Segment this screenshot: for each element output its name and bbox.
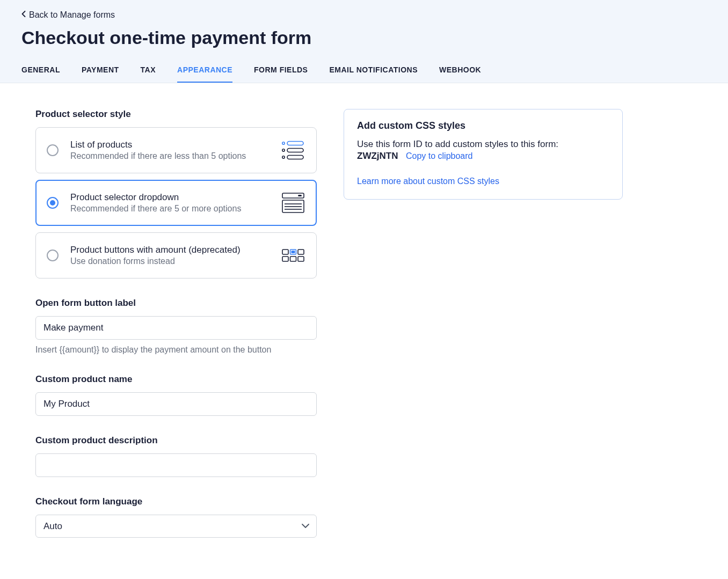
open-form-button-label-input[interactable] bbox=[35, 316, 317, 340]
svg-point-0 bbox=[282, 142, 285, 144]
svg-rect-17 bbox=[290, 256, 296, 261]
product-name-heading: Custom product name bbox=[35, 374, 317, 385]
dropdown-icon bbox=[281, 193, 305, 213]
svg-rect-1 bbox=[287, 141, 303, 145]
grid-icon bbox=[281, 249, 305, 262]
radio-sub: Recommended if there are 5 or more optio… bbox=[70, 204, 269, 214]
radio-icon bbox=[47, 144, 59, 156]
svg-rect-7 bbox=[298, 195, 302, 196]
tab-payment[interactable]: PAYMENT bbox=[82, 61, 119, 83]
tab-appearance[interactable]: APPEARANCE bbox=[177, 61, 232, 83]
svg-rect-15 bbox=[298, 250, 304, 254]
custom-product-description-input[interactable] bbox=[35, 453, 317, 477]
svg-point-4 bbox=[282, 156, 285, 158]
language-heading: Checkout form language bbox=[35, 496, 317, 507]
radio-sub: Use donation forms instead bbox=[70, 256, 269, 266]
button-label-heading: Open form button label bbox=[35, 298, 317, 309]
radio-title: Product selector dropdown bbox=[70, 192, 269, 203]
radio-icon bbox=[47, 197, 59, 209]
learn-more-css-link[interactable]: Learn more about custom CSS styles bbox=[357, 177, 499, 186]
svg-rect-5 bbox=[287, 155, 303, 159]
custom-css-box: Add custom CSS styles Use this form ID t… bbox=[344, 109, 623, 200]
radio-title: Product buttons with amount (deprecated) bbox=[70, 245, 269, 255]
copy-to-clipboard-link[interactable]: Copy to clipboard bbox=[406, 151, 473, 160]
checkout-language-select[interactable]: Auto bbox=[35, 515, 317, 538]
product-desc-heading: Custom product description bbox=[35, 435, 317, 446]
selector-style-label: Product selector style bbox=[35, 109, 317, 120]
svg-rect-3 bbox=[287, 148, 303, 152]
css-box-text: Use this form ID to add custom styles to… bbox=[357, 139, 609, 150]
list-icon bbox=[281, 141, 305, 160]
css-box-title: Add custom CSS styles bbox=[357, 120, 609, 131]
svg-rect-18 bbox=[298, 256, 304, 261]
radio-product-buttons[interactable]: Product buttons with amount (deprecated)… bbox=[35, 232, 317, 278]
radio-icon bbox=[47, 250, 59, 261]
tab-tax[interactable]: TAX bbox=[141, 61, 156, 83]
back-link-label: Back to Manage forms bbox=[29, 10, 115, 20]
tab-general[interactable]: GENERAL bbox=[21, 61, 60, 83]
button-label-helper: Insert {{amount}} to display the payment… bbox=[35, 345, 317, 355]
svg-rect-12 bbox=[282, 250, 288, 254]
back-link[interactable]: Back to Manage forms bbox=[21, 10, 115, 20]
page-title: Checkout one-time payment form bbox=[21, 27, 707, 48]
svg-rect-14 bbox=[292, 251, 295, 253]
tab-webhook[interactable]: WEBHOOK bbox=[439, 61, 481, 83]
radio-title: List of products bbox=[70, 140, 269, 150]
chevron-left-icon bbox=[21, 11, 26, 19]
radio-sub: Recommended if there are less than 5 opt… bbox=[70, 151, 269, 161]
radio-product-selector-dropdown[interactable]: Product selector dropdown Recommended if… bbox=[35, 180, 317, 226]
svg-point-2 bbox=[282, 149, 285, 151]
tab-email-notifications[interactable]: EMAIL NOTIFICATIONS bbox=[329, 61, 418, 83]
svg-rect-16 bbox=[282, 256, 288, 261]
radio-list-of-products[interactable]: List of products Recommended if there ar… bbox=[35, 127, 317, 173]
tab-bar: GENERAL PAYMENT TAX APPEARANCE FORM FIEL… bbox=[21, 61, 707, 83]
tab-form-fields[interactable]: FORM FIELDS bbox=[254, 61, 308, 83]
custom-product-name-input[interactable] bbox=[35, 392, 317, 416]
form-id: ZWZjNTN bbox=[357, 151, 398, 162]
